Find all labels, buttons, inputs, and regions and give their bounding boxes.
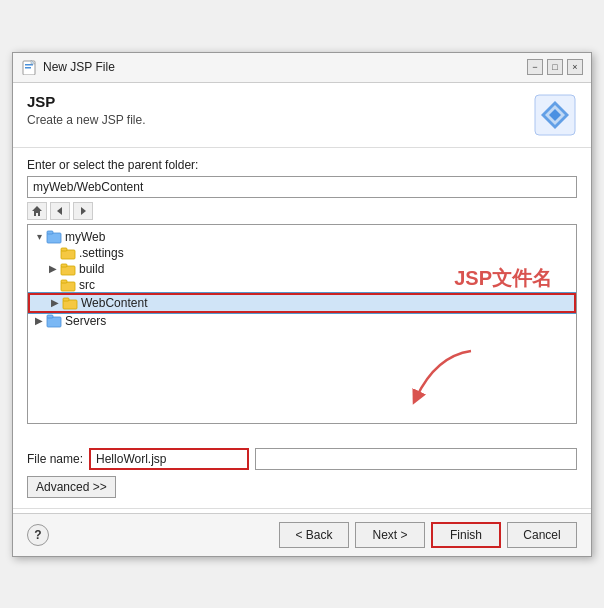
tree-label-settings: .settings (79, 246, 124, 260)
close-button[interactable]: × (567, 59, 583, 75)
svg-marker-10 (81, 207, 86, 215)
toggle-servers[interactable]: ▶ (32, 315, 46, 326)
folder-icon-build (60, 262, 76, 276)
file-name-label: File name: (27, 452, 83, 466)
maximize-button[interactable]: □ (547, 59, 563, 75)
filename-section: File name: Advanced >> (13, 434, 591, 504)
svg-rect-14 (61, 248, 67, 251)
content-area: Enter or select the parent folder: ▾ (13, 148, 591, 434)
folder-icon-webcontent (62, 296, 78, 310)
svg-marker-9 (57, 207, 62, 215)
svg-rect-11 (47, 233, 61, 243)
dialog-title: New JSP File (43, 60, 115, 74)
tree-node-webcontent[interactable]: ▶ WebContent (28, 293, 576, 313)
cancel-button[interactable]: Cancel (507, 522, 577, 548)
advanced-button[interactable]: Advanced >> (27, 476, 116, 498)
header-section: JSP Create a new JSP file. (13, 83, 591, 148)
file-name-input[interactable] (89, 448, 249, 470)
tree-label-servers: Servers (65, 314, 106, 328)
svg-rect-12 (47, 231, 53, 234)
file-name-row: File name: (27, 448, 577, 470)
finish-button[interactable]: Finish (431, 522, 501, 548)
back-button[interactable]: < Back (279, 522, 349, 548)
folder-input[interactable] (27, 176, 577, 198)
project-icon-servers (46, 314, 62, 328)
tree-label-myweb: myWeb (65, 230, 105, 244)
tree-label-src: src (79, 278, 95, 292)
svg-rect-2 (25, 67, 31, 69)
tree-node-settings[interactable]: .settings (28, 245, 576, 261)
folder-tree[interactable]: ▾ myWeb .settings ▶ (27, 224, 577, 424)
header-text: JSP Create a new JSP file. (27, 93, 146, 127)
folder-label: Enter or select the parent folder: (27, 158, 577, 172)
title-bar: New JSP File − □ × (13, 53, 591, 83)
help-button[interactable]: ? (27, 524, 49, 546)
project-icon (46, 230, 62, 244)
annotation-arrow (406, 346, 476, 406)
toggle-myweb[interactable]: ▾ (32, 231, 46, 242)
tree-label-build: build (79, 262, 104, 276)
tree-node-myweb[interactable]: ▾ myWeb (28, 229, 576, 245)
file-name-extension-input[interactable] (255, 448, 577, 470)
title-bar-left: New JSP File (21, 59, 115, 75)
tree-label-webcontent: WebContent (81, 296, 148, 310)
svg-marker-8 (32, 206, 42, 216)
tree-node-servers[interactable]: ▶ Servers (28, 313, 576, 329)
title-bar-controls: − □ × (527, 59, 583, 75)
next-button[interactable]: Next > (355, 522, 425, 548)
dialog-icon (21, 59, 37, 75)
svg-rect-22 (47, 315, 53, 318)
folder-icon-src (60, 278, 76, 292)
footer-buttons: < Back Next > Finish Cancel (279, 522, 577, 548)
tree-toolbar (27, 202, 577, 220)
footer: ? < Back Next > Finish Cancel (13, 513, 591, 556)
folder-icon-settings (60, 246, 76, 260)
wizard-description: Create a new JSP file. (27, 113, 146, 127)
arrow-container (406, 346, 476, 409)
svg-rect-16 (61, 264, 67, 267)
wizard-heading: JSP (27, 93, 146, 110)
wizard-icon (533, 93, 577, 137)
home-button[interactable] (27, 202, 47, 220)
svg-rect-18 (61, 280, 67, 283)
toggle-build[interactable]: ▶ (46, 263, 60, 274)
svg-rect-20 (63, 298, 69, 301)
new-jsp-dialog: New JSP File − □ × JSP Create a new JSP … (12, 52, 592, 557)
minimize-button[interactable]: − (527, 59, 543, 75)
forward-button[interactable] (73, 202, 93, 220)
back-button[interactable] (50, 202, 70, 220)
toggle-webcontent[interactable]: ▶ (48, 297, 62, 308)
footer-divider (13, 508, 591, 509)
tree-node-build[interactable]: ▶ build (28, 261, 576, 277)
svg-rect-21 (47, 317, 61, 327)
tree-node-src[interactable]: src (28, 277, 576, 293)
